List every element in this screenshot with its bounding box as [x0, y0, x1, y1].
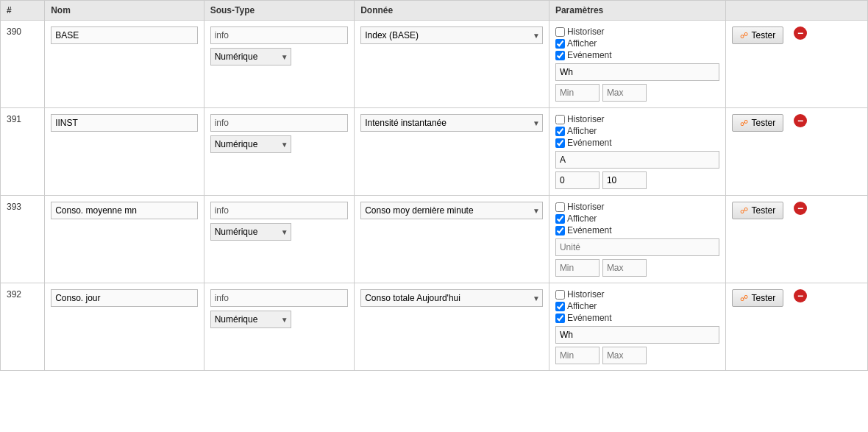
donnee-select-393[interactable]: Conso moy dernière minute	[360, 202, 543, 219]
sous-type-select-wrapper-391: NumériqueTexteBooléenAutre▼	[210, 135, 291, 153]
max-input-392[interactable]	[602, 347, 647, 364]
params-cell-393: HistoriserAfficherEvénement	[549, 196, 726, 283]
afficher-label-390: Afficher	[567, 38, 597, 49]
evenement-label-393: Evénement	[567, 225, 612, 236]
nom-cell-390	[45, 21, 204, 108]
evenement-checkbox-393[interactable]	[555, 226, 565, 236]
params-cell-392: HistoriserAfficherEvénement	[549, 283, 726, 371]
nom-input-391[interactable]	[51, 114, 198, 132]
unite-input-393[interactable]	[555, 238, 720, 256]
delete-button-390[interactable]: −	[794, 26, 807, 40]
sous-type-select-wrapper-392: NumériqueTexteBooléenAutre▼	[210, 311, 291, 328]
donnee-select-392[interactable]: Conso totale Aujourd'hui	[360, 289, 543, 307]
sous-type-cell-391: NumériqueTexteBooléenAutre▼	[204, 108, 355, 196]
donnee-cell-391: Intensité instantanée▼	[355, 108, 549, 196]
unite-input-391[interactable]	[555, 151, 720, 169]
tester-label-392: Tester	[751, 293, 775, 303]
donnee-select-391[interactable]: Intensité instantanée	[360, 114, 543, 132]
actions-cell-392: ☍Tester−	[726, 283, 868, 371]
min-input-393[interactable]	[555, 259, 600, 277]
col-header-sous-type: Sous-Type	[204, 1, 355, 21]
donnee-select-wrapper-390: Index (BASE)▼	[360, 26, 543, 44]
evenement-checkbox-392[interactable]	[555, 314, 565, 323]
donnee-select-wrapper-393: Conso moy dernière minute▼	[360, 202, 543, 219]
unite-input-392[interactable]	[555, 326, 720, 344]
sous-type-select-393[interactable]: NumériqueTexteBooléenAutre	[210, 223, 291, 241]
afficher-checkbox-391[interactable]	[555, 127, 565, 136]
tester-label-393: Tester	[751, 205, 775, 216]
evenement-label-392: Evénement	[567, 313, 612, 323]
evenement-label-390: Evénement	[567, 50, 612, 60]
col-header-nom: Nom	[45, 1, 204, 21]
actions-cell-391: ☍Tester−	[726, 108, 868, 196]
afficher-row-391: Afficher	[555, 126, 720, 136]
afficher-label-393: Afficher	[567, 213, 597, 224]
col-header-actions	[726, 1, 868, 21]
row-id-390: 390	[1, 21, 45, 108]
min-input-392[interactable]	[555, 347, 600, 364]
historiser-label-391: Historiser	[567, 114, 605, 124]
tester-label-390: Tester	[751, 30, 775, 40]
min-max-row-392	[555, 347, 720, 364]
row-id-393: 393	[1, 196, 45, 283]
tester-button-390[interactable]: ☍Tester	[732, 26, 783, 44]
max-input-391[interactable]	[602, 171, 647, 189]
rss-icon-391: ☍	[740, 118, 748, 128]
afficher-checkbox-390[interactable]	[555, 39, 565, 49]
afficher-label-392: Afficher	[567, 301, 597, 311]
sous-type-select-392[interactable]: NumériqueTexteBooléenAutre	[210, 311, 291, 328]
historiser-checkbox-392[interactable]	[555, 290, 565, 300]
actions-wrapper-392: ☍Tester−	[732, 289, 861, 307]
historiser-checkbox-393[interactable]	[555, 202, 565, 212]
rss-icon-392: ☍	[740, 294, 748, 303]
sous-type-select-391[interactable]: NumériqueTexteBooléenAutre	[210, 135, 291, 153]
min-max-row-393	[555, 259, 720, 277]
tester-label-391: Tester	[751, 118, 775, 128]
max-input-390[interactable]	[602, 84, 647, 102]
unite-input-390[interactable]	[555, 63, 720, 81]
afficher-checkbox-392[interactable]	[555, 302, 565, 311]
evenement-checkbox-390[interactable]	[555, 51, 565, 60]
donnee-select-wrapper-391: Intensité instantanée▼	[360, 114, 543, 132]
nom-cell-393	[45, 196, 204, 283]
actions-cell-390: ☍Tester−	[726, 21, 868, 108]
historiser-label-390: Historiser	[567, 26, 605, 37]
min-input-390[interactable]	[555, 84, 600, 102]
actions-cell-393: ☍Tester−	[726, 196, 868, 283]
delete-button-393[interactable]: −	[794, 202, 807, 215]
nom-input-390[interactable]	[51, 26, 198, 44]
historiser-checkbox-390[interactable]	[555, 27, 565, 37]
nom-cell-392	[45, 283, 204, 371]
actions-wrapper-391: ☍Tester−	[732, 114, 861, 132]
evenement-checkbox-391[interactable]	[555, 138, 565, 148]
delete-button-392[interactable]: −	[794, 289, 807, 302]
tester-button-391[interactable]: ☍Tester	[732, 114, 783, 132]
sous-type-cell-393: NumériqueTexteBooléenAutre▼	[204, 196, 355, 283]
afficher-checkbox-393[interactable]	[555, 214, 565, 224]
sous-type-input-393	[210, 202, 349, 219]
col-header-params: Paramètres	[549, 1, 726, 21]
min-input-391[interactable]	[555, 171, 600, 189]
evenement-label-391: Evénement	[567, 138, 612, 148]
nom-input-392[interactable]	[51, 289, 198, 307]
historiser-label-392: Historiser	[567, 289, 605, 300]
nom-input-393[interactable]	[51, 202, 198, 219]
afficher-row-393: Afficher	[555, 213, 720, 224]
tester-button-392[interactable]: ☍Tester	[732, 289, 783, 307]
sous-type-select-390[interactable]: NumériqueTexteBooléenAutre	[210, 48, 291, 65]
afficher-label-391: Afficher	[567, 126, 597, 136]
evenement-row-390: Evénement	[555, 50, 720, 60]
donnee-select-390[interactable]: Index (BASE)	[360, 26, 543, 44]
evenement-row-391: Evénement	[555, 138, 720, 148]
donnee-cell-392: Conso totale Aujourd'hui▼	[355, 283, 549, 371]
historiser-checkbox-391[interactable]	[555, 115, 565, 124]
tester-button-393[interactable]: ☍Tester	[732, 202, 783, 219]
actions-wrapper-390: ☍Tester−	[732, 26, 861, 44]
max-input-393[interactable]	[602, 259, 647, 277]
historiser-row-393: Historiser	[555, 202, 720, 212]
rss-icon-390: ☍	[740, 31, 748, 40]
donnee-cell-390: Index (BASE)▼	[355, 21, 549, 108]
afficher-row-390: Afficher	[555, 38, 720, 49]
delete-button-391[interactable]: −	[794, 114, 807, 127]
historiser-row-391: Historiser	[555, 114, 720, 124]
